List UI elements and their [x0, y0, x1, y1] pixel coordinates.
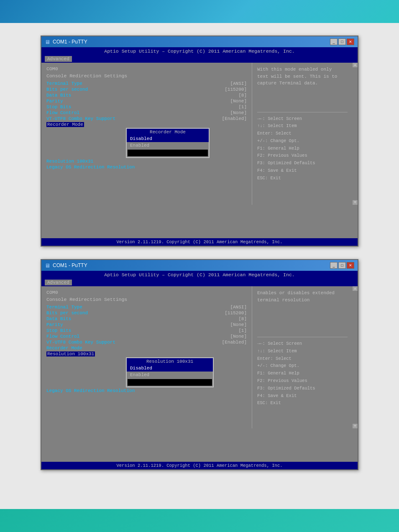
bios-body-1: COM0 Console Redirection Settings Termin…: [41, 63, 353, 205]
tab-advanced-2[interactable]: Advanced: [45, 280, 72, 285]
bios-body-2: COM0 Console Redirection Settings Termin…: [41, 286, 353, 428]
nav-item-2-2: ↑↓: Select Item: [257, 348, 348, 355]
bios-items-1: Terminal Type [ANSI] Bits per second [11…: [46, 81, 247, 170]
extra-lines-2: [46, 430, 353, 459]
bios-item-parity-1[interactable]: Parity [None]: [46, 99, 247, 104]
help-text-1: With this mode enabled only text will be…: [257, 66, 348, 87]
bios-item-resolution-1[interactable]: Resolution 100x31: [46, 159, 247, 164]
footer-text-1: Version 2.11.1219. Copyright (C) 2011 Am…: [117, 239, 283, 244]
title-text-1: 🖥 COM1 - PuTTY: [45, 39, 87, 45]
dropdown-item-enabled-2[interactable]: Enabled: [127, 372, 213, 378]
top-bar: [0, 0, 399, 23]
bios-tab-row-2: Advanced: [41, 279, 358, 286]
close-button-2[interactable]: ✕: [347, 262, 354, 269]
item-label-2: Bits per second: [46, 87, 88, 92]
nav-text-2: →←: Select Screen ↑↓: Select Item Enter:…: [257, 340, 348, 407]
footer-text-2: Version 2.11.1219. Copyright (C) 2011 Am…: [117, 463, 283, 468]
nav-item-2-5: F1: General Help: [257, 370, 348, 377]
putty-window-2: 🖥 COM1 - PuTTY _ □ ✕ Aptio Setup Utility…: [41, 259, 358, 470]
bios-item-vt-1[interactable]: VT-UTF8 Combo Key Support [Enabled]: [46, 116, 247, 121]
dropdown-blank-2: [128, 379, 212, 386]
item-label-7: VT-UTF8 Combo Key Support: [46, 116, 115, 121]
scroll-down-1[interactable]: ▼: [353, 200, 358, 205]
minimize-button-2[interactable]: _: [330, 262, 338, 269]
item-value-2-1: [ANSI]: [230, 305, 247, 310]
item-label-3: Data Bits: [46, 93, 71, 98]
item-label-5: Stop Bits: [46, 104, 71, 109]
bios-item-legacy-2[interactable]: Legacy OS Redirection Resolution: [46, 388, 247, 393]
bios-item-recorder-2[interactable]: Recorder Mode: [46, 346, 247, 351]
bios-item-stopbits-1[interactable]: Stop Bits [1]: [46, 104, 247, 109]
item-label-1: Terminal Type: [46, 81, 82, 86]
item-value-7: [Enabled]: [222, 116, 247, 121]
bios-item-terminal-type-2[interactable]: Terminal Type [ANSI]: [46, 305, 247, 310]
maximize-button-2[interactable]: □: [338, 262, 346, 269]
nav-item-7: F3: Optimized Defaults: [257, 160, 348, 167]
bios-item-terminal-type-1[interactable]: Terminal Type [ANSI]: [46, 81, 247, 86]
bios-extra-1: [41, 205, 358, 238]
nav-section-2: →←: Select Screen ↑↓: Select Item Enter:…: [257, 337, 348, 407]
bios-screen-1: Aptio Setup Utility – Copyright (C) 2011…: [41, 47, 358, 246]
nav-item-5: F1: General Help: [257, 145, 348, 152]
bios-footer-1: Version 2.11.1219. Copyright (C) 2011 Am…: [41, 238, 358, 246]
bios-header-text-1: Aptio Setup Utility – Copyright (C) 2011…: [104, 48, 294, 54]
nav-section-1: →←: Select Screen ↑↓: Select Item Enter:…: [257, 112, 348, 182]
dropdown-title-1: Recorder Mode: [127, 129, 209, 135]
window-controls-1: _ □ ✕: [330, 38, 354, 45]
scroll-up-1[interactable]: ▲: [353, 63, 358, 67]
help-line-1: With this mode enabled only: [257, 66, 348, 73]
bottom-bar: [0, 509, 399, 532]
bios-wrapper-1: COM0 Console Redirection Settings Termin…: [41, 63, 358, 205]
nav-item-2: ↑↓: Select Item: [257, 122, 348, 130]
scroll-up-2[interactable]: ▲: [353, 286, 358, 291]
item-label-6: Flow Control: [46, 110, 79, 115]
titlebar-1: 🖥 COM1 - PuTTY _ □ ✕: [41, 36, 358, 47]
dropdown-item-disabled-2[interactable]: Disabled: [127, 365, 213, 372]
bios-item-bits-1[interactable]: Bits per second [115200]: [46, 87, 247, 92]
resolution-dropdown-2: Resolution 100x31 Disabled Enabled: [126, 357, 214, 387]
dropdown-title-2: Resolution 100x31: [127, 358, 213, 365]
scrollbar-1[interactable]: ▲ ▼: [353, 63, 358, 205]
putty-window-1: 🖥 COM1 - PuTTY _ □ ✕ Aptio Setup Utility…: [41, 36, 358, 247]
item-value-6: [None]: [230, 110, 247, 115]
dropdown-item-enabled-1[interactable]: Enabled: [127, 142, 209, 149]
bios-footer-2: Version 2.11.1219. Copyright (C) 2011 Am…: [41, 462, 358, 469]
item-label-10: Legacy OS Redirection Resolution: [46, 165, 135, 170]
title-text-2: 🖥 COM1 - PuTTY: [45, 262, 87, 269]
bios-item-flowcontrol-1[interactable]: Flow Control [None]: [46, 110, 247, 115]
close-button-1[interactable]: ✕: [347, 38, 354, 45]
bios-header-2: Aptio Setup Utility – Copyright (C) 2011…: [41, 271, 358, 279]
nav-item-6: F2: Previous Values: [257, 152, 348, 159]
bios-section-2: COM0: [46, 290, 247, 295]
nav-text-1: →←: Select Screen ↑↓: Select Item Enter:…: [257, 115, 348, 182]
bios-item-databits-1[interactable]: Data Bits [8]: [46, 93, 247, 98]
bios-wrapper-2: COM0 Console Redirection Settings Termin…: [41, 286, 358, 428]
item-value-5: [1]: [238, 104, 247, 109]
bios-item-vt-2[interactable]: VT-UTF8 Combo Key Support [Enabled]: [46, 340, 247, 345]
bios-item-bits-2[interactable]: Bits per second [115200]: [46, 311, 247, 316]
bios-right-2: Enables or disables extended terminal re…: [252, 286, 353, 428]
item-value-2-6: [None]: [230, 334, 247, 339]
item-label-2-5: Stop Bits: [46, 328, 71, 333]
bios-item-flowcontrol-2[interactable]: Flow Control [None]: [46, 334, 247, 339]
dropdown-item-disabled-1[interactable]: Disabled: [127, 135, 209, 142]
maximize-button-1[interactable]: □: [338, 38, 346, 45]
bios-item-databits-2[interactable]: Data Bits [8]: [46, 316, 247, 321]
nav-item-2-7: F3: Optimized Defaults: [257, 385, 348, 392]
minimize-button-1[interactable]: _: [330, 38, 338, 45]
bios-right-1: With this mode enabled only text will be…: [252, 63, 353, 205]
scrollbar-2[interactable]: ▲ ▼: [353, 286, 358, 428]
subsection-label-2: Console Redirection Settings: [46, 297, 127, 302]
tab-advanced-1[interactable]: Advanced: [45, 56, 72, 62]
bios-item-legacy-1[interactable]: Legacy OS Redirection Resolution: [46, 165, 247, 170]
bios-item-stopbits-2[interactable]: Stop Bits [1]: [46, 328, 247, 333]
item-value-4: [None]: [230, 99, 247, 104]
bios-item-parity-2[interactable]: Parity [None]: [46, 322, 247, 327]
help-line-2: text will be sent. This is to: [257, 73, 348, 80]
bios-item-resolution-2[interactable]: Resolution 100x31: [46, 351, 247, 356]
item-label-2-1: Terminal Type: [46, 305, 82, 310]
bios-section-1: COM0: [46, 66, 247, 71]
scroll-down-2[interactable]: ▼: [353, 424, 358, 428]
bios-item-recorder-1[interactable]: Recorder Mode: [46, 122, 247, 127]
item-value-2-2: [115200]: [225, 311, 247, 316]
